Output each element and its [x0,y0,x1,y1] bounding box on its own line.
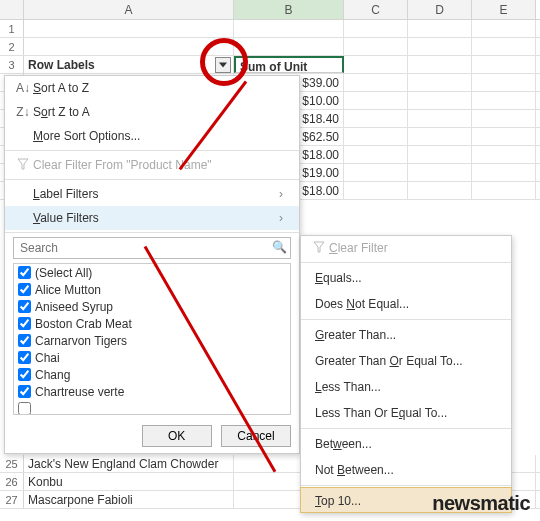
more-sort-item[interactable]: More Sort Options... [5,124,299,148]
clear-filter-item: Clear Filter From "Product Name" [5,153,299,177]
row-num[interactable]: 25 [0,455,24,472]
filter-check-item[interactable]: Boston Crab Meat [14,315,290,332]
pivot-row-labels-header: Row Labels [28,58,95,72]
clear-filter-icon [13,157,33,174]
filter-check-item[interactable]: Chang [14,366,290,383]
filter-check-item[interactable] [14,400,290,415]
submenu-not-between[interactable]: Not Between... [301,457,511,483]
submenu-gte[interactable]: Greater Than Or Equal To... [301,348,511,374]
col-header-b[interactable]: B [234,0,344,19]
submenu-lte[interactable]: Less Than Or Equal To... [301,400,511,426]
label-filters-item[interactable]: Label Filters › [5,182,299,206]
sort-za-item[interactable]: Z↓ Sort Z to A [5,100,299,124]
pivot-sum-header: Sum of Unit Price [234,56,344,73]
ok-button[interactable]: OK [142,425,212,447]
value-filters-item[interactable]: Value Filters › [5,206,299,230]
filter-check-item[interactable]: Chartreuse verte [14,383,290,400]
value-filters-submenu: Clear Filter Equals... Does Not Equal...… [300,235,512,513]
col-header-a[interactable]: A [24,0,234,19]
clear-filter-icon [309,240,329,257]
submenu-between[interactable]: Between... [301,431,511,457]
chevron-right-icon: › [279,187,291,201]
filter-search-input[interactable] [13,237,291,259]
submenu-not-equal[interactable]: Does Not Equal... [301,291,511,317]
submenu-greater-than[interactable]: Greater Than... [301,322,511,348]
col-header-d[interactable]: D [408,0,472,19]
row-num[interactable]: 2 [0,38,24,55]
sort-az-item[interactable]: A↓ Sort A to Z [5,76,299,100]
filter-checklist[interactable]: (Select All) Alice Mutton Aniseed Syrup … [13,263,291,415]
filter-check-item[interactable]: Aniseed Syrup [14,298,290,315]
submenu-equals[interactable]: Equals... [301,265,511,291]
cancel-button[interactable]: Cancel [221,425,291,447]
row-num[interactable]: 26 [0,473,24,490]
chevron-right-icon: › [279,211,291,225]
row-labels-filter-dropdown[interactable] [215,57,231,73]
search-icon: 🔍 [272,240,287,254]
data-cell[interactable]: Jack's New England Clam Chowder [24,455,234,472]
data-cell[interactable]: Mascarpone Fabioli [24,491,234,508]
filter-check-item[interactable]: (Select All) [14,264,290,281]
col-header-e[interactable]: E [472,0,536,19]
sort-za-icon: Z↓ [13,105,33,119]
submenu-clear-filter: Clear Filter [301,236,511,260]
watermark: newsmatic [432,492,530,515]
row-num[interactable]: 1 [0,20,24,37]
sort-az-icon: A↓ [13,81,33,95]
submenu-less-than[interactable]: Less Than... [301,374,511,400]
filter-check-item[interactable]: Carnarvon Tigers [14,332,290,349]
col-header-c[interactable]: C [344,0,408,19]
filter-check-item[interactable]: Alice Mutton [14,281,290,298]
data-cell[interactable]: Konbu [24,473,234,490]
row-num[interactable]: 3 [0,56,24,73]
row-num[interactable]: 27 [0,491,24,508]
filter-dropdown-menu: A↓ Sort A to Z Z↓ Sort Z to A More Sort … [4,75,300,454]
filter-check-item[interactable]: Chai [14,349,290,366]
